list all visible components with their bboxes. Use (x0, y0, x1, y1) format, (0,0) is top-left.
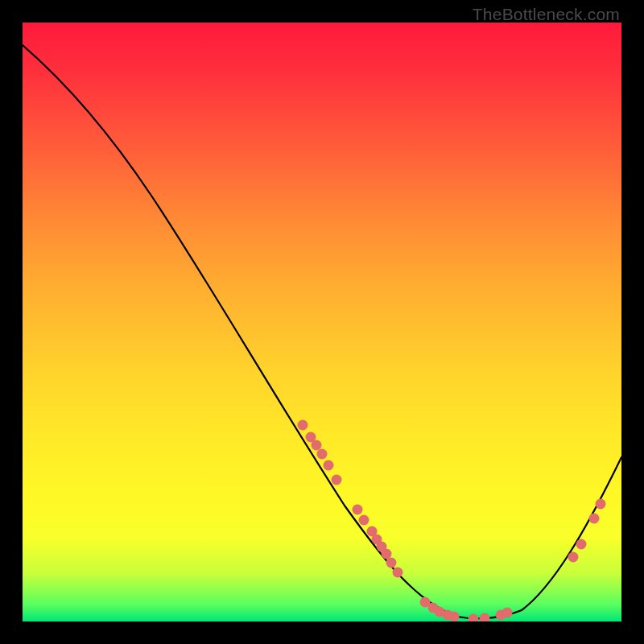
highlight-dot (312, 440, 322, 451)
highlight-dot (353, 505, 363, 515)
highlight-dot (589, 514, 600, 524)
highlight-dot (502, 608, 513, 618)
highlight-dot (332, 475, 342, 485)
highlight-dot (420, 597, 431, 608)
highlight-dot (576, 539, 587, 550)
chart-plot-area (23, 23, 621, 621)
highlight-dot (449, 612, 460, 622)
highlight-dot (306, 432, 316, 443)
highlight-dot (298, 420, 308, 431)
highlight-dot (496, 610, 506, 621)
highlight-dot (428, 603, 439, 613)
chart-svg (23, 23, 621, 621)
highlight-dot (324, 460, 334, 471)
highlight-dot (393, 568, 403, 578)
highlight-dot (372, 535, 382, 545)
highlight-dot (435, 607, 445, 617)
highlight-dot (317, 449, 328, 460)
highlight-dot (596, 499, 606, 510)
highlight-dot (382, 549, 392, 559)
highlight-dot (480, 613, 490, 622)
highlight-dot (367, 526, 378, 537)
highlight-dot (469, 614, 479, 622)
highlight-dot (568, 552, 579, 563)
highlight-dot (377, 542, 387, 552)
highlight-dot (359, 515, 369, 526)
bottleneck-curve (23, 45, 621, 618)
watermark-text: TheBottleneck.com (473, 5, 620, 24)
highlight-dots-group (298, 420, 606, 622)
highlight-dot (443, 610, 453, 621)
highlight-dot (386, 558, 397, 568)
